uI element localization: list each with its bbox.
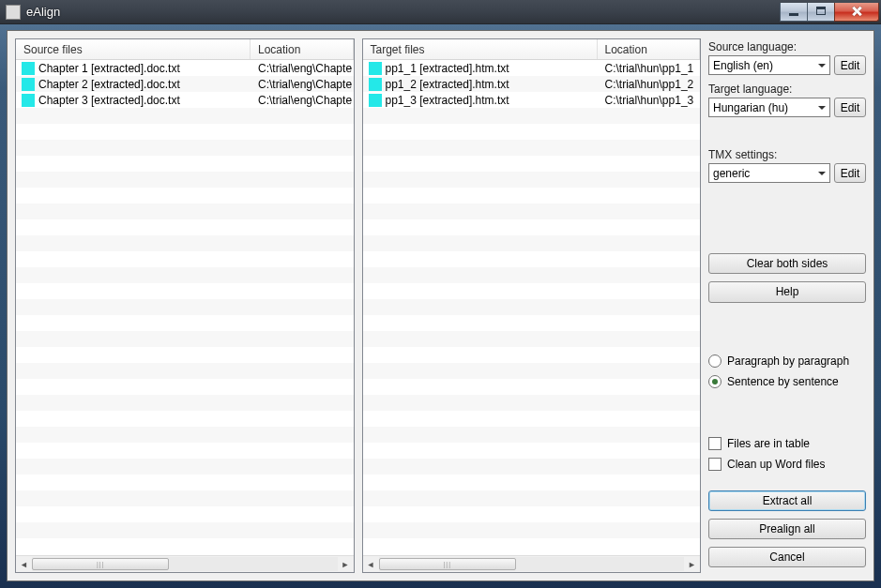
settings-panel: Source language: English (en) Edit Targe… [708, 38, 866, 573]
file-icon [22, 78, 35, 91]
list-item-empty [16, 363, 354, 379]
edit-target-lang-button[interactable]: Edit [834, 98, 866, 117]
cancel-button[interactable]: Cancel [708, 547, 866, 567]
list-item-empty [16, 347, 354, 363]
list-item-empty [363, 108, 701, 124]
list-item-empty [363, 347, 701, 363]
list-item[interactable]: pp1_3 [extracted].htm.txtC:\trial\hun\pp… [363, 92, 701, 108]
list-item[interactable]: pp1_2 [extracted].htm.txtC:\trial\hun\pp… [363, 76, 701, 92]
list-item-empty [16, 124, 354, 140]
list-item-empty [363, 379, 701, 395]
list-item-empty [16, 522, 354, 538]
target-scrollbar[interactable]: ◄ ||| ► [363, 555, 701, 572]
list-item-empty [363, 459, 701, 475]
radio-icon [708, 375, 722, 388]
scroll-right-icon[interactable]: ► [684, 557, 700, 571]
radio-icon [708, 354, 722, 368]
list-item-empty [363, 283, 701, 299]
list-item[interactable]: Chapter 3 [extracted].doc.txtC:\trial\en… [16, 92, 354, 108]
source-lang-label: Source language: [708, 40, 866, 53]
edit-tmx-button[interactable]: Edit [834, 163, 866, 183]
list-item-empty [16, 379, 354, 395]
file-path: C:\trial\hun\pp1_3 [598, 94, 701, 107]
list-item-empty [16, 267, 354, 283]
list-item-empty [16, 204, 354, 219]
help-button[interactable]: Help [708, 281, 866, 302]
source-scrollbar[interactable]: ◄ ||| ► [16, 555, 354, 572]
list-item-empty [363, 188, 701, 204]
checkbox-icon [708, 458, 722, 471]
prealign-all-button[interactable]: Prealign all [708, 519, 866, 539]
sentence-radio[interactable]: Sentence by sentence [708, 375, 866, 388]
list-item-empty [363, 363, 701, 379]
file-icon [22, 94, 35, 107]
target-lang-select[interactable]: Hungarian (hu) [708, 98, 830, 117]
list-item[interactable]: Chapter 2 [extracted].doc.txtC:\trial\en… [16, 76, 354, 92]
window-title: eAlign [26, 5, 781, 19]
list-item-empty [363, 204, 701, 219]
list-item-empty [16, 219, 354, 235]
list-item-empty [16, 156, 354, 172]
clear-both-button[interactable]: Clear both sides [708, 253, 866, 274]
close-button[interactable] [834, 3, 879, 22]
list-item-empty [16, 443, 354, 459]
source-header: Source files Location [16, 39, 354, 60]
file-path: C:\trial\hun\pp1_1 [598, 62, 701, 75]
chevron-down-icon [813, 164, 829, 182]
list-item-empty [16, 251, 354, 267]
col-source-location[interactable]: Location [251, 39, 354, 59]
col-source-files[interactable]: Source files [16, 39, 251, 59]
maximize-button[interactable] [807, 3, 835, 22]
col-target-files[interactable]: Target files [363, 39, 598, 59]
list-item-empty [363, 299, 701, 315]
source-list[interactable]: Chapter 1 [extracted].doc.txtC:\trial\en… [16, 60, 354, 555]
file-icon [22, 62, 35, 75]
files-in-table-checkbox[interactable]: Files are in table [708, 437, 866, 450]
list-item-empty [16, 506, 354, 522]
checkbox-icon [708, 437, 722, 450]
chevron-down-icon [813, 98, 829, 116]
list-item-empty [363, 140, 701, 156]
list-item-empty [363, 235, 701, 251]
list-item-empty [363, 411, 701, 427]
clean-word-checkbox[interactable]: Clean up Word files [708, 458, 866, 471]
file-name: Chapter 3 [extracted].doc.txt [38, 94, 251, 107]
scroll-left-icon[interactable]: ◄ [363, 557, 379, 571]
list-item-empty [16, 188, 354, 204]
paragraph-radio[interactable]: Paragraph by paragraph [708, 354, 866, 368]
list-item-empty [363, 427, 701, 443]
file-icon [369, 62, 382, 75]
list-item-empty [363, 395, 701, 411]
source-files-panel: Source files Location Chapter 1 [extract… [15, 38, 355, 573]
list-item-empty [16, 459, 354, 475]
list-item-empty [16, 283, 354, 299]
list-item[interactable]: pp1_1 [extracted].htm.txtC:\trial\hun\pp… [363, 60, 701, 76]
target-list[interactable]: pp1_1 [extracted].htm.txtC:\trial\hun\pp… [363, 60, 701, 555]
file-path: C:\trial\eng\Chapte [251, 62, 354, 75]
list-item-empty [16, 490, 354, 506]
list-item-empty [363, 267, 701, 283]
tmx-select[interactable]: generic [708, 163, 830, 183]
file-path: C:\trial\eng\Chapte [251, 94, 354, 107]
app-icon [6, 5, 21, 20]
edit-source-lang-button[interactable]: Edit [834, 55, 866, 75]
extract-all-button[interactable]: Extract all [708, 490, 866, 511]
file-path: C:\trial\eng\Chapte [251, 78, 354, 91]
list-item-empty [16, 538, 354, 554]
minimize-button[interactable] [780, 3, 808, 22]
list-item-empty [16, 172, 354, 188]
source-lang-select[interactable]: English (en) [708, 55, 830, 75]
list-item-empty [363, 443, 701, 459]
list-item-empty [16, 411, 354, 427]
scroll-right-icon[interactable]: ► [338, 557, 354, 571]
list-item-empty [363, 475, 701, 490]
col-target-location[interactable]: Location [598, 39, 701, 59]
file-path: C:\trial\hun\pp1_2 [598, 78, 701, 91]
list-item[interactable]: Chapter 1 [extracted].doc.txtC:\trial\en… [16, 60, 354, 76]
titlebar: eAlign [0, 0, 881, 24]
file-name: pp1_1 [extracted].htm.txt [386, 62, 598, 75]
list-item-empty [16, 475, 354, 490]
scroll-left-icon[interactable]: ◄ [16, 557, 32, 571]
list-item-empty [363, 538, 701, 554]
list-item-empty [363, 315, 701, 331]
